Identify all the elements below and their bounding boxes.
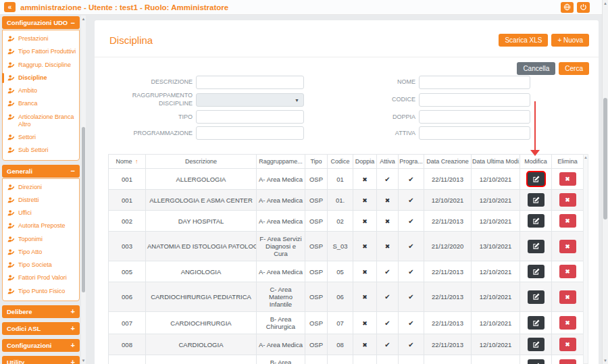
search-button[interactable]: Cerca <box>559 62 589 75</box>
column-header-modifica[interactable]: Modifica <box>520 155 552 169</box>
globe-button[interactable] <box>561 2 574 13</box>
delete-button[interactable]: ✖ <box>559 265 576 278</box>
sidebar-group-header-codici-asl[interactable]: Codici ASL+ <box>2 322 80 335</box>
scroll-up-icon[interactable]: ▲ <box>603 1 608 6</box>
scroll-down-icon[interactable]: ▼ <box>603 358 608 363</box>
codice-field[interactable] <box>419 93 530 107</box>
delete-button[interactable]: ✖ <box>559 240 576 253</box>
delete-button[interactable]: ✖ <box>559 316 576 330</box>
cell-codice: 02 <box>328 211 353 232</box>
content-panel: Disciplina Scarica XLS + Nuova Cancella … <box>95 20 599 364</box>
sidebar-item-distretti[interactable]: Distretti <box>3 194 79 207</box>
cell-codice: 07 <box>328 312 353 334</box>
sidebar-item-articolazione-branca-altro[interactable]: Articolazione Branca Altro <box>3 111 79 132</box>
edit-button[interactable] <box>528 316 544 330</box>
sidebar-item-branca[interactable]: Branca <box>3 97 79 110</box>
sidebar-item-sub-settori[interactable]: Sub Settori <box>3 144 79 157</box>
delete-button[interactable]: ✖ <box>559 172 576 186</box>
column-header-doppia[interactable]: Doppia <box>353 155 377 169</box>
column-header-codice[interactable]: Codice <box>328 155 353 169</box>
sidebar-group-header-generali[interactable]: Generali− <box>2 165 80 178</box>
sidebar-item-prestazioni[interactable]: Prestazioni <box>3 32 79 45</box>
sidebar-item-tipo-punto-fisico[interactable]: Tipo Punto Fisico <box>3 285 79 298</box>
delete-button[interactable]: ✖ <box>559 214 576 228</box>
sidebar-item-fattori-prod-valori[interactable]: Fattori Prod Valori <box>3 271 79 284</box>
sidebar-group-codici-asl: Codici ASL+ <box>2 322 80 335</box>
cell-tipo: OSP <box>305 282 328 312</box>
new-button[interactable]: + Nuova <box>551 34 589 47</box>
sidebar-collapse-button[interactable]: « <box>4 2 16 12</box>
scroll-up-icon[interactable]: ▲ <box>584 155 588 159</box>
sidebar-item-direzioni[interactable]: Direzioni <box>3 181 79 194</box>
delete-button[interactable]: ✖ <box>559 290 576 304</box>
edit-icon <box>532 341 540 348</box>
sidebar-item-tipo-atto[interactable]: Tipo Atto <box>3 246 79 259</box>
scrollbar-thumb[interactable] <box>603 98 607 219</box>
edit-button[interactable] <box>528 240 544 253</box>
edit-button[interactable] <box>528 214 544 228</box>
column-header-raggruppame-[interactable]: Raggruppame... <box>257 155 305 169</box>
x-icon: ✖ <box>565 341 569 348</box>
user-icon <box>7 261 15 269</box>
sidebar-group-header-delibere[interactable]: Delibere+ <box>2 305 80 318</box>
edit-button[interactable] <box>528 265 544 278</box>
page-scrollbar[interactable]: ▲ ▼ <box>602 0 608 364</box>
edit-button[interactable] <box>528 290 544 304</box>
attiva-field[interactable] <box>419 126 530 140</box>
sidebar-group-header-configurazioni-udo[interactable]: Configurazioni UDO− <box>2 16 80 29</box>
edit-icon <box>532 242 540 250</box>
delete-button[interactable]: ✖ <box>559 359 576 364</box>
column-header-progra-[interactable]: Progra... <box>399 155 424 169</box>
column-header-elimina[interactable]: Elimina <box>552 155 584 169</box>
edit-button[interactable] <box>528 338 544 351</box>
sidebar-group-header-configurazioni[interactable]: Configurazioni+ <box>2 339 80 352</box>
sidebar-item-autorita-preposte[interactable]: Autorita Preposte <box>3 219 79 232</box>
descrizione-field[interactable] <box>196 76 304 89</box>
delete-button[interactable]: ✖ <box>559 338 576 351</box>
cell-data-ultima-modifica: 12/10/2021 <box>472 190 520 211</box>
doppia-field[interactable] <box>419 110 530 124</box>
column-header-data-creazione[interactable]: Data Creazione <box>424 155 472 169</box>
cell-attiva: ✖ <box>377 190 399 211</box>
scroll-down-icon[interactable]: ▼ <box>81 358 86 363</box>
table-scrollbar[interactable]: ▲ <box>583 154 588 364</box>
sidebar-item-label: Tipo Fattori Produttivi <box>18 48 76 55</box>
sidebar-item-tipo-societa[interactable]: Tipo Societa <box>3 259 79 271</box>
edit-button[interactable] <box>528 193 544 207</box>
label-programmazione: PROGRAMMAZIONE <box>108 130 193 138</box>
download-xls-button[interactable]: Scarica XLS <box>499 34 548 47</box>
cell-modifica <box>520 334 552 355</box>
delete-button[interactable]: ✖ <box>559 193 576 207</box>
sidebar-item-raggrup-discipline[interactable]: Raggrup. Discipline <box>3 59 79 72</box>
edit-button[interactable] <box>528 172 544 186</box>
scrollbar-thumb[interactable] <box>82 127 85 292</box>
column-header-tipo[interactable]: Tipo <box>305 155 328 169</box>
sidebar-item-ambito[interactable]: Ambito <box>3 84 79 97</box>
sidebar-group-header-utility[interactable]: Utility+ <box>2 356 80 364</box>
cell-descrizione: ALLERGOLOGIA E ASMA CENTER <box>146 190 257 211</box>
check-icon: ✔ <box>408 176 413 183</box>
sidebar-item-discipline[interactable]: Discipline <box>3 72 79 84</box>
power-button[interactable] <box>577 2 590 13</box>
sidebar-item-tipo-fattori-produttivi[interactable]: Tipo Fattori Produttivi <box>3 45 79 58</box>
raggruppamento-discipline-field[interactable]: ▼ <box>196 93 304 107</box>
check-icon: ✔ <box>408 242 413 250</box>
clear-button[interactable]: Cancella <box>517 62 555 75</box>
sidebar-scrollbar[interactable]: ▲ ▼ <box>81 16 86 364</box>
sidebar-item-uffici[interactable]: Uffici <box>3 207 79 219</box>
sidebar-item-toponimi[interactable]: Toponimi <box>3 233 79 246</box>
column-header-descrizione[interactable]: Descrizione <box>146 155 257 169</box>
label-raggruppamento-discipline: RAGGRUPPAMENTO DISCIPLINE <box>108 92 193 107</box>
scroll-up-icon[interactable]: ▲ <box>81 16 86 22</box>
column-header-attiva[interactable]: Attiva <box>377 155 399 169</box>
power-icon <box>580 3 587 11</box>
programmazione-field[interactable] <box>196 126 304 140</box>
nome-field[interactable] <box>419 76 530 89</box>
sidebar-item-settori[interactable]: Settori <box>3 131 79 144</box>
tipo-field[interactable] <box>196 110 304 124</box>
cell-attiva: ✔ <box>377 312 399 334</box>
edit-button[interactable] <box>528 359 544 364</box>
column-header-nome[interactable]: Nome ↑ <box>109 155 146 169</box>
column-header-data-ultima-modi-[interactable]: Data Ultima Modi... <box>472 155 520 169</box>
topbar: « amministrazione - Utente : test1 - Ruo… <box>0 0 602 15</box>
